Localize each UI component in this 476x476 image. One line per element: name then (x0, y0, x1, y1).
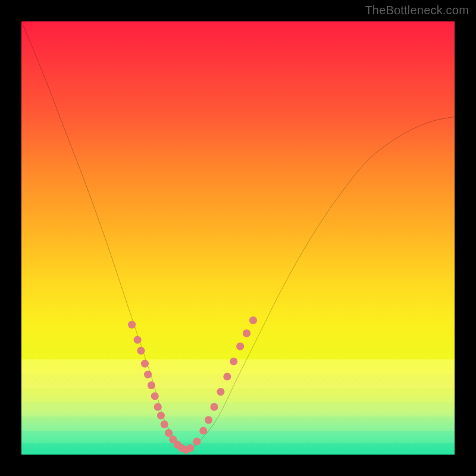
highlight-dot (165, 429, 173, 437)
highlight-dot (161, 420, 168, 428)
highlight-dot (243, 330, 250, 337)
highlight-dot (154, 403, 162, 411)
highlight-dot (230, 358, 237, 365)
highlight-dot (157, 412, 165, 419)
highlight-dot (249, 317, 257, 324)
highlight-dot (128, 321, 136, 328)
highlight-dot (151, 392, 159, 400)
highlight-dot (134, 336, 142, 344)
curve-svg (21, 21, 455, 455)
highlight-dot (144, 371, 152, 378)
highlight-dot (141, 360, 149, 368)
highlight-dot (148, 381, 155, 389)
plot-area (21, 21, 455, 455)
highlight-dot (137, 347, 145, 355)
highlight-dot (193, 438, 201, 446)
highlight-dot (236, 342, 244, 350)
highlight-dot (186, 444, 194, 452)
bottleneck-curve (21, 21, 455, 450)
highlight-dot (199, 427, 207, 434)
chart-frame: TheBottleneck.com (0, 0, 476, 476)
highlight-dots (128, 317, 257, 454)
highlight-dot (205, 416, 212, 424)
watermark-text: TheBottleneck.com (365, 4, 469, 17)
highlight-dot (217, 388, 224, 396)
highlight-dot (223, 372, 231, 380)
curve-group (21, 21, 455, 450)
highlight-dot (210, 403, 218, 411)
